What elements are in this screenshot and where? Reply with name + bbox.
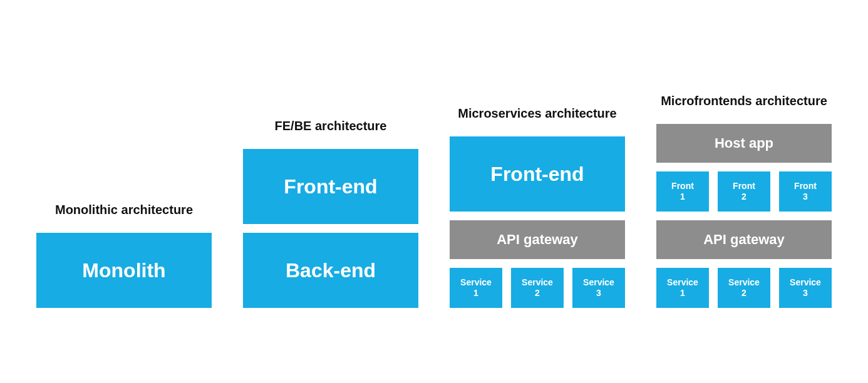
api-gateway-box: API gateway bbox=[450, 220, 625, 259]
service-number: 1 bbox=[473, 288, 478, 299]
front-label: Front bbox=[671, 181, 694, 192]
service-number: 3 bbox=[596, 288, 601, 299]
service-box: Service 2 bbox=[718, 268, 770, 308]
febe-column: FE/BE architecture Front-end Back-end bbox=[243, 118, 418, 308]
microfrontends-title: Microfrontends architecture bbox=[661, 93, 827, 109]
front-box: Front 3 bbox=[779, 171, 832, 212]
febe-stack: Front-end Back-end bbox=[243, 149, 418, 308]
host-app-box: Host app bbox=[656, 124, 832, 163]
microservices-column: Microservices architecture Front-end API… bbox=[450, 105, 625, 308]
monolithic-stack: Monolith bbox=[36, 233, 212, 308]
front-number: 3 bbox=[803, 192, 808, 202]
service-label: Service bbox=[790, 277, 821, 288]
microfrontends-column: Microfrontends architecture Host app Fro… bbox=[656, 93, 832, 308]
front-box: Front 2 bbox=[718, 171, 770, 212]
service-box: Service 3 bbox=[779, 268, 832, 308]
fronts-row: Front 1 Front 2 Front 3 bbox=[656, 171, 832, 212]
monolith-box: Monolith bbox=[36, 233, 212, 308]
service-label: Service bbox=[460, 277, 492, 288]
service-label: Service bbox=[522, 277, 553, 288]
front-label: Front bbox=[794, 181, 817, 192]
service-number: 2 bbox=[741, 288, 747, 299]
service-box: Service 1 bbox=[656, 268, 709, 308]
service-number: 3 bbox=[803, 288, 808, 299]
frontend-box: Front-end bbox=[243, 149, 418, 224]
front-number: 2 bbox=[741, 192, 747, 202]
service-label: Service bbox=[583, 277, 614, 288]
services-row: Service 1 Service 2 Service 3 bbox=[450, 268, 625, 308]
monolithic-title: Monolithic architecture bbox=[55, 202, 193, 218]
api-gateway-box: API gateway bbox=[656, 220, 832, 259]
frontend-box: Front-end bbox=[450, 136, 625, 212]
services-row: Service 1 Service 2 Service 3 bbox=[656, 268, 832, 308]
febe-title: FE/BE architecture bbox=[275, 118, 387, 134]
microfrontends-stack: Host app Front 1 Front 2 Front 3 API gat… bbox=[656, 124, 832, 308]
front-label: Front bbox=[733, 181, 755, 192]
service-number: 1 bbox=[680, 288, 685, 299]
service-number: 2 bbox=[535, 288, 540, 299]
backend-box: Back-end bbox=[243, 233, 418, 308]
service-box: Service 1 bbox=[450, 268, 502, 308]
microservices-stack: Front-end API gateway Service 1 Service … bbox=[450, 136, 625, 308]
service-label: Service bbox=[728, 277, 760, 288]
monolithic-column: Monolithic architecture Monolith bbox=[36, 202, 212, 308]
service-label: Service bbox=[667, 277, 698, 288]
front-box: Front 1 bbox=[656, 171, 709, 212]
front-number: 1 bbox=[680, 192, 685, 202]
service-box: Service 2 bbox=[511, 268, 564, 308]
microservices-title: Microservices architecture bbox=[458, 105, 616, 121]
service-box: Service 3 bbox=[572, 268, 625, 308]
